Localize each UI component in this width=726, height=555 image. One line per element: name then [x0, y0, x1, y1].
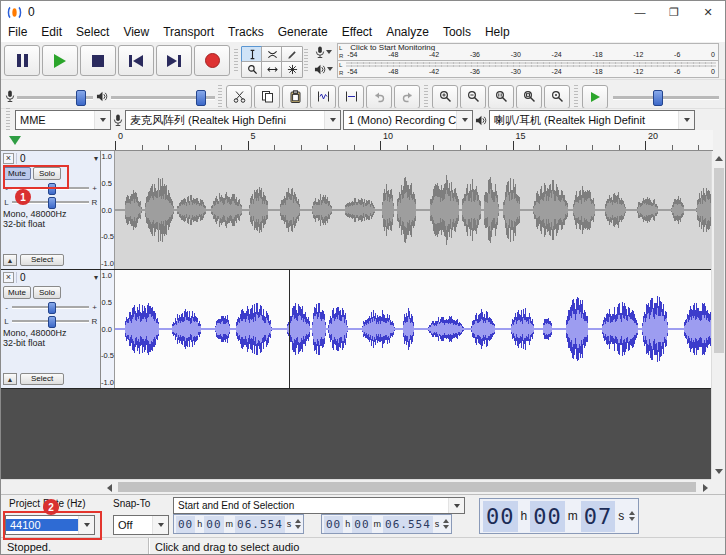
selection-mode-combo[interactable]: Start and End of Selection	[173, 497, 465, 514]
skip-to-end-button[interactable]	[156, 45, 192, 76]
track-close-button[interactable]: ×	[3, 272, 14, 283]
toolbar-grip[interactable]	[218, 85, 222, 109]
snap-to-combo[interactable]: Off	[113, 515, 169, 535]
play-speed-slider[interactable]	[613, 89, 719, 105]
horizontal-scrollbar-thumb[interactable]	[118, 482, 696, 492]
menu-item[interactable]: Tools	[436, 23, 478, 42]
playback-volume-slider[interactable]	[111, 89, 215, 105]
zoom-out-button[interactable]	[460, 85, 486, 109]
menu-item[interactable]: Analyze	[379, 23, 436, 42]
recording-meter-dropdown[interactable]	[311, 46, 335, 59]
paste-button[interactable]	[282, 85, 308, 109]
recording-device-combo[interactable]: 麦克风阵列 (Realtek High Defini	[125, 110, 341, 130]
timeline-options-icon[interactable]	[9, 136, 21, 145]
timeshift-tool-button[interactable]	[261, 61, 283, 78]
scroll-down-icon[interactable]	[712, 464, 726, 479]
monitoring-message[interactable]: Click to Start Monitoring	[344, 44, 718, 51]
track-title[interactable]: 0	[16, 153, 92, 164]
envelope-tool-button[interactable]	[261, 46, 283, 63]
vertical-ruler[interactable]: 1.00.50.0-0.5-1.0	[101, 270, 115, 388]
stop-button[interactable]	[80, 45, 116, 76]
toolbar-grip[interactable]	[424, 85, 428, 109]
scroll-up-icon[interactable]	[712, 151, 726, 166]
silence-audio-button[interactable]	[338, 85, 364, 109]
minimize-button[interactable]: —	[623, 1, 657, 23]
skip-to-start-button[interactable]	[118, 45, 154, 76]
time-spinner[interactable]	[629, 511, 635, 521]
zoom-in-button[interactable]	[432, 85, 458, 109]
menu-item[interactable]: File	[1, 23, 34, 42]
solo-button[interactable]: Solo	[33, 286, 61, 299]
copy-button[interactable]	[254, 85, 280, 109]
toolbar-grip[interactable]	[304, 49, 308, 73]
menu-item[interactable]: Transport	[156, 23, 221, 42]
multi-tool-button[interactable]	[281, 61, 303, 78]
window-title: 0	[28, 5, 623, 19]
timeline-ruler[interactable]: 05101520	[101, 130, 713, 150]
select-button[interactable]: Select	[20, 254, 64, 266]
collapse-button[interactable]: ▲	[3, 254, 17, 266]
zoom-selection-button[interactable]	[488, 85, 514, 109]
vertical-ruler[interactable]: 1.00.50.0-0.5-1.0	[101, 151, 115, 269]
redo-button[interactable]	[394, 85, 420, 109]
menu-item[interactable]: Help	[478, 23, 517, 42]
play-icon	[54, 54, 66, 68]
playback-meter-dropdown[interactable]	[311, 64, 335, 75]
play-button[interactable]	[42, 45, 78, 76]
pause-button[interactable]	[4, 45, 40, 76]
toolbar-grip[interactable]	[234, 49, 238, 73]
menu-item[interactable]: Effect	[335, 23, 379, 42]
undo-button[interactable]	[366, 85, 392, 109]
pan-left-label: L	[3, 198, 10, 207]
status-bar: Stopped. Click and drag to select audio	[1, 537, 725, 555]
timeline[interactable]: 05101520	[1, 130, 713, 151]
track-title[interactable]: 0	[16, 272, 92, 283]
playback-device-combo[interactable]: 喇叭/耳机 (Realtek High Definit	[489, 110, 695, 130]
toolbar-grip[interactable]	[574, 85, 578, 109]
horizontal-scrollbar[interactable]	[101, 480, 713, 495]
track-menu-button[interactable]: ▾	[94, 154, 98, 163]
selection-start-time[interactable]: 00h 00m 06.554s	[173, 514, 304, 534]
menu-item[interactable]: Select	[69, 23, 116, 42]
play-at-speed-button[interactable]	[582, 85, 608, 109]
time-spinner[interactable]	[443, 519, 449, 529]
selection-toolbar: Project Rate (Hz) Snap-To Start and End …	[1, 494, 725, 537]
menu-item[interactable]: Edit	[34, 23, 69, 42]
collapse-button[interactable]: ▲	[3, 373, 17, 385]
track-close-button[interactable]: ×	[3, 153, 14, 164]
recording-meter[interactable]: LR Click to Start Monitoring -54-48-42-3…	[337, 43, 719, 61]
audio-host-combo[interactable]: MME	[15, 110, 111, 130]
recording-volume-slider[interactable]	[17, 89, 93, 105]
selection-end-time[interactable]: 00h 00m 06.554s	[321, 514, 452, 534]
vertical-scrollbar-thumb[interactable]	[714, 168, 724, 353]
waveform[interactable]	[115, 151, 713, 269]
record-button[interactable]	[194, 45, 230, 76]
menu-item[interactable]: Tracks	[221, 23, 271, 42]
draw-tool-button[interactable]	[281, 46, 303, 63]
select-button[interactable]: Select	[20, 373, 64, 385]
audio-position-time[interactable]: 00h 00m 07s	[479, 498, 639, 534]
trim-audio-button[interactable]	[310, 85, 336, 109]
menu-item[interactable]: View	[116, 23, 156, 42]
waveform[interactable]	[115, 270, 713, 388]
scroll-left-icon[interactable]	[101, 480, 117, 495]
zoom-fit-project-button[interactable]	[516, 85, 542, 109]
menu-item[interactable]: Generate	[271, 23, 335, 42]
track-menu-button[interactable]: ▾	[94, 273, 98, 282]
time-spinner[interactable]	[295, 519, 301, 529]
pan-slider[interactable]	[12, 315, 89, 327]
gain-slider[interactable]	[12, 301, 89, 313]
zoom-toggle-button[interactable]	[544, 85, 570, 109]
mute-button[interactable]: Mute	[3, 286, 31, 299]
zoom-selection-icon	[495, 90, 508, 103]
maximize-button[interactable]: ❐	[657, 1, 691, 23]
close-button[interactable]: ✕	[691, 1, 725, 23]
cut-button[interactable]	[226, 85, 252, 109]
selection-tool-button[interactable]	[241, 46, 263, 63]
meter-scale-number: -42	[429, 68, 439, 76]
vertical-scrollbar[interactable]	[711, 151, 725, 479]
zoom-tool-button[interactable]	[241, 61, 263, 78]
playback-meter[interactable]: LR -54-48-42-36-30-24-18-12-60	[337, 60, 719, 78]
toolbar-grip[interactable]	[6, 108, 10, 132]
recording-channels-combo[interactable]: 1 (Mono) Recording Chan	[343, 110, 473, 130]
